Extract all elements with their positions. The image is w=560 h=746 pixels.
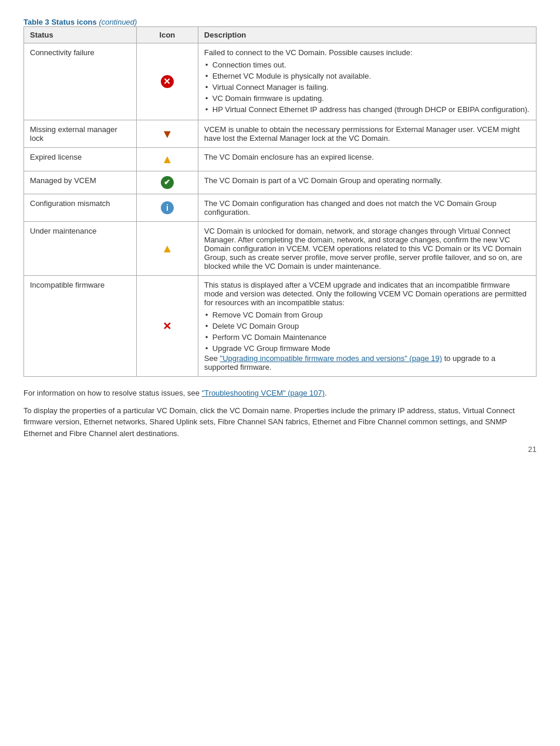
header-status: Status [24,27,137,43]
desc-intro: Failed to connect to the VC Domain. Poss… [204,48,413,57]
icon-cell: ✔ [137,171,198,194]
icon-cell: ▼ [137,120,198,148]
footer-line2: To display the properties of a particula… [23,405,537,440]
desc-intro: The VC Domain configuration has changed … [204,199,497,217]
description-cell: The VC Domain configuration has changed … [198,194,536,222]
table-row: Connectivity failure✕Failed to connect t… [24,43,537,120]
table-title-continued: (continued) [99,18,137,26]
desc-suffix-pre: See "Upgrading incompatible firmware mod… [204,354,495,372]
desc-intro: The VC Domain enclosure has an expired l… [204,153,374,161]
list-item: Remove VC Domain from Group [204,309,530,320]
desc-list: Connection times out.Ethernet VC Module … [204,59,530,115]
x-red-icon: ✕ [163,320,171,333]
table-row: Configuration mismatchiThe VC Domain con… [24,194,537,222]
list-item: Virtual Connect Manager is failing. [204,82,530,93]
desc-list: Remove VC Domain from GroupDelete VC Dom… [204,309,530,354]
icon-cell: ✕ [137,276,198,377]
icon-cell: i [137,194,198,222]
list-item: HP Virtual Connect Ethernet IP address h… [204,104,530,115]
desc-intro: VCEM is unable to obtain the necessary p… [204,125,520,143]
list-item: Perform VC Domain Maintenance [204,332,530,343]
desc-intro: VC Domain is unlocked for domain, networ… [204,227,522,271]
table-row: Managed by VCEM✔The VC Domain is part of… [24,171,537,194]
page-number: 21 [23,445,537,454]
info-blue-icon: i [161,201,174,214]
status-cell: Expired license [24,148,137,171]
description-cell: This status is displayed after a VCEM up… [198,276,536,377]
table-row: Missing external manager lock▼VCEM is un… [24,120,537,148]
description-cell: The VC Domain is part of a VC Domain Gro… [198,171,536,194]
status-cell: Connectivity failure [24,43,137,120]
table-title: Table 3 Status icons (continued) [23,18,537,26]
error-circle-icon: ✕ [161,75,174,88]
table-row: Incompatible firmware✕This status is dis… [24,276,537,377]
header-icon: Icon [137,27,198,43]
icon-cell: ▲ [137,222,198,276]
status-cell: Missing external manager lock [24,120,137,148]
footer-line1: For information on how to resolve status… [23,387,537,399]
check-green-icon: ✔ [161,176,174,189]
lock-missing-icon: ▼ [161,127,173,141]
footer-prefix: For information on how to resolve status… [23,389,201,397]
table-title-text: Table 3 Status icons [23,18,97,26]
status-cell: Managed by VCEM [24,171,137,194]
troubleshooting-link[interactable]: "Troubleshooting VCEM" (page 107) [201,389,325,397]
list-item: Ethernet VC Module is physically not ava… [204,70,530,82]
list-item: VC Domain firmware is updating. [204,93,530,104]
description-cell: VCEM is unable to obtain the necessary p… [198,120,536,148]
status-cell: Configuration mismatch [24,194,137,222]
list-item: Delete VC Domain Group [204,320,530,332]
footer-suffix: . [325,389,327,397]
maintenance-icon: ▲ [161,242,173,255]
status-cell: Incompatible firmware [24,276,137,377]
firmware-upgrade-link[interactable]: "Upgrading incompatible firmware modes a… [220,354,442,363]
list-item: Upgrade VC Group firmware Mode [204,343,530,354]
status-table: Status Icon Description Connectivity fai… [23,26,537,377]
warning-triangle-icon: ▲ [161,153,173,166]
table-row: Under maintenance▲VC Domain is unlocked … [24,222,537,276]
desc-intro: The VC Domain is part of a VC Domain Gro… [204,176,442,185]
icon-cell: ✕ [137,43,198,120]
description-cell: Failed to connect to the VC Domain. Poss… [198,43,536,120]
status-cell: Under maintenance [24,222,137,276]
desc-intro: This status is displayed after a VCEM up… [204,281,527,307]
icon-cell: ▲ [137,148,198,171]
table-row: Expired license▲The VC Domain enclosure … [24,148,537,171]
list-item: Connection times out. [204,59,530,70]
header-description: Description [198,27,536,43]
description-cell: The VC Domain enclosure has an expired l… [198,148,536,171]
description-cell: VC Domain is unlocked for domain, networ… [198,222,536,276]
